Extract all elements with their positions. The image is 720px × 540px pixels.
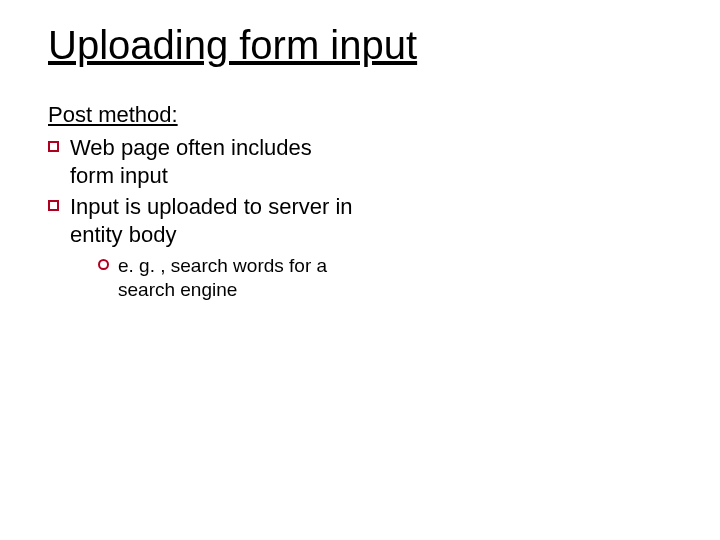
sub-bullet-list: e. g. , search words for a search engine [70,254,358,302]
slide-title: Uploading form input [48,24,680,66]
list-item-text: e. g. , search words for a search engine [118,255,327,300]
left-column: Post method: Web page often includes for… [48,102,358,302]
square-bullet-icon [48,141,59,152]
list-item: Input is uploaded to server in entity bo… [48,193,358,302]
list-item: Web page often includes form input [48,134,358,189]
square-bullet-icon [48,200,59,211]
bullet-list: Web page often includes form input Input… [48,134,358,302]
section-heading: Post method: [48,102,358,128]
list-item-text: Input is uploaded to server in entity bo… [70,194,353,247]
list-item: e. g. , search words for a search engine [98,254,358,302]
list-item-text: Web page often includes form input [70,135,312,188]
slide: Uploading form input Post method: Web pa… [0,0,720,540]
circle-bullet-icon [98,259,109,270]
